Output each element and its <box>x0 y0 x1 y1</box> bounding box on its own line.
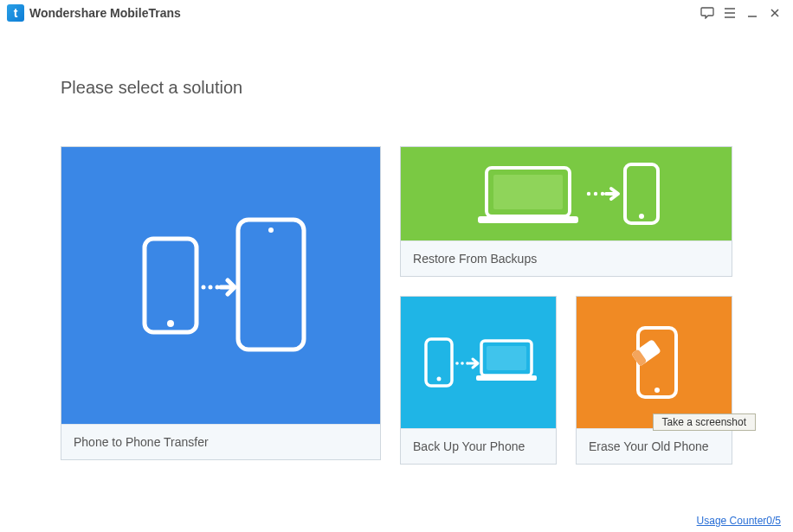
phone-to-phone-icon <box>61 147 380 424</box>
card-label: Restore From Backups <box>401 240 732 276</box>
app-logo-icon: t <box>7 4 24 22</box>
card-restore-backups[interactable]: Restore From Backups <box>400 146 732 277</box>
svg-point-3 <box>268 228 274 233</box>
backup-phone-icon <box>401 297 556 428</box>
svg-point-5 <box>209 285 213 290</box>
erase-phone-icon <box>577 297 732 428</box>
svg-rect-2 <box>238 220 304 349</box>
svg-point-4 <box>202 285 206 290</box>
minimize-button[interactable] <box>741 3 764 22</box>
svg-point-1 <box>167 320 174 327</box>
restore-backups-icon <box>401 147 732 240</box>
card-phone-to-phone[interactable]: Phone to Phone Transfer <box>61 146 381 460</box>
svg-rect-8 <box>493 175 563 209</box>
app-title: Wondershare MobileTrans <box>29 6 181 20</box>
menu-icon[interactable] <box>719 3 741 22</box>
card-label: Back Up Your Phone <box>401 428 556 464</box>
titlebar: t Wondershare MobileTrans <box>0 0 793 26</box>
card-label: Erase Your Old Phone <box>577 428 732 464</box>
svg-point-13 <box>594 192 597 195</box>
card-label: Phone to Phone Transfer <box>61 424 380 459</box>
feedback-icon[interactable] <box>696 3 719 22</box>
close-button[interactable] <box>764 3 786 22</box>
svg-point-24 <box>654 388 660 393</box>
svg-point-21 <box>461 362 464 365</box>
svg-rect-9 <box>478 216 578 223</box>
solution-grid: Phone to Phone Transfer <box>61 146 732 465</box>
svg-point-11 <box>639 214 644 219</box>
svg-rect-19 <box>476 375 537 381</box>
card-backup-phone[interactable]: Back Up Your Phone <box>400 296 557 465</box>
page-heading: Please select a solution <box>61 78 732 98</box>
screenshot-tooltip: Take a screenshot <box>653 413 756 431</box>
usage-counter-link[interactable]: Usage Counter0/5 <box>697 515 781 527</box>
main-content: Please select a solution <box>0 26 793 465</box>
card-erase-phone[interactable]: Erase Your Old Phone <box>576 296 732 465</box>
svg-point-20 <box>455 362 459 365</box>
svg-point-12 <box>587 192 590 195</box>
svg-point-16 <box>436 377 441 381</box>
svg-rect-0 <box>145 239 197 332</box>
svg-rect-18 <box>487 346 526 370</box>
svg-point-14 <box>601 192 604 195</box>
